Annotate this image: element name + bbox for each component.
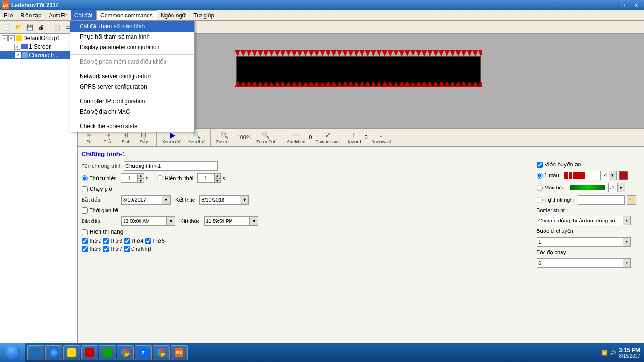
svg-marker-0 (235, 50, 240, 56)
day-thu6-check[interactable] (82, 246, 88, 252)
check-chuong-trinh[interactable] (15, 52, 21, 58)
taskbar-app-win[interactable] (27, 345, 44, 360)
speed-select[interactable]: 6 ▼ (537, 258, 631, 268)
open-button[interactable]: 📂 (13, 22, 24, 33)
day-thu4-check[interactable] (124, 238, 130, 244)
upward-button[interactable]: ↑ Upward (344, 129, 363, 145)
day-chu-nhat-check[interactable] (124, 246, 130, 252)
gradient-count-btn[interactable]: ▼ (617, 183, 625, 192)
day-thu4: Thứ 4 (124, 238, 143, 244)
one-color-radio[interactable] (537, 173, 543, 179)
day-thu2-check[interactable] (82, 238, 88, 244)
end-time-input[interactable]: 11:59:59 PM ▼ (204, 216, 258, 226)
time-range-checkbox[interactable] (82, 207, 88, 214)
volume-icon: 🔊 (610, 350, 616, 356)
start-date-input[interactable]: 8/10/2017 ▼ (121, 195, 171, 205)
color-picker-btn[interactable] (619, 171, 628, 180)
svg-marker-26 (382, 50, 388, 56)
menu-common-commands[interactable]: Common commands (96, 10, 157, 20)
dropdown-cai-dat-tham-so[interactable]: Cài đặt tham số màn hình (70, 21, 194, 32)
tb-btn-5[interactable]: ⬜ (51, 22, 62, 33)
end-time-btn[interactable]: ▼ (249, 217, 258, 225)
display-input[interactable] (197, 173, 214, 183)
check-default-group[interactable] (8, 35, 15, 41)
sequence-up[interactable]: ▲ (138, 173, 144, 178)
day-thu3-check[interactable] (103, 238, 109, 244)
gradient-pattern[interactable] (569, 183, 606, 192)
sequence-radio[interactable] (82, 175, 88, 181)
auto-def-btn[interactable]: 📁 (627, 195, 636, 205)
tree-root[interactable]: - DefaultGroup1 (0, 34, 77, 42)
zoomout-button[interactable]: 🔍 Zoom Out (255, 129, 277, 145)
run-timer-checkbox[interactable] (82, 186, 88, 192)
taskbar-app-zalo[interactable]: Z (135, 345, 152, 360)
taskbar-app-360[interactable] (99, 345, 116, 360)
compression-button[interactable]: ⤢ Compression (314, 129, 342, 145)
dropdown-phuc-hoi[interactable]: Phục hồi tham số màn hình (70, 32, 194, 42)
svg-marker-58 (314, 81, 320, 87)
zoomin-button[interactable]: 🔍 Zoom In (215, 129, 234, 145)
tree-chuong-trinh[interactable]: Chương tr... (0, 51, 77, 59)
border-count-select[interactable]: 4 ▼ (603, 171, 617, 180)
sequence-down[interactable]: ▼ (138, 178, 144, 183)
expand-default-group[interactable]: - (2, 35, 8, 41)
stretched-button[interactable]: ↔ Stretched (285, 129, 307, 145)
dropdown-controller-ip[interactable]: Controller IP configuration (70, 96, 194, 107)
taskbar-app-ie[interactable] (45, 345, 62, 360)
start-time-btn[interactable]: ▼ (166, 217, 175, 225)
menu-cai-dat[interactable]: Cài đặt (71, 10, 96, 20)
day-thu5-check[interactable] (145, 238, 151, 244)
menu-file[interactable]: File (0, 10, 17, 20)
start-date-btn[interactable]: ▼ (162, 196, 170, 204)
dropdown-bao-ve-mac[interactable]: Bảo vệ địa chỉ MAC (70, 107, 194, 117)
downward-button[interactable]: ↓ Downward (370, 129, 394, 145)
border-count-btn[interactable]: ▼ (609, 171, 616, 180)
menu-tro-giup[interactable]: Trợ giúp (190, 10, 218, 20)
name-input[interactable] (124, 161, 218, 171)
dropdown-network-server[interactable]: Network server configuration (70, 71, 194, 82)
start-time-input[interactable]: 12:00:00 AM ▼ (121, 216, 175, 226)
print-button[interactable]: 🖨 (36, 22, 46, 33)
taskbar-app-chrome2[interactable] (153, 345, 170, 360)
dropdown-gprs-server[interactable]: GPRS server configuration (70, 82, 194, 92)
display-radio[interactable] (157, 175, 163, 181)
menu-autofit[interactable]: AutoFit (45, 10, 71, 20)
taskbar-app-bx[interactable]: BX (171, 345, 188, 360)
dropdown-display-param[interactable]: Display parameter configuration (70, 42, 194, 52)
show-days-checkbox[interactable] (82, 229, 88, 235)
new-button[interactable]: 📄 (2, 22, 12, 33)
svg-marker-37 (444, 50, 450, 56)
auto-def-input[interactable] (578, 195, 625, 205)
menu-bien-tap[interactable]: Biên tập (17, 10, 45, 20)
dropdown-bao-ve[interactable]: Bảo vệ phần mềm card điều khiển (70, 57, 194, 67)
dropdown-check-screen[interactable]: Check the screen state (70, 121, 194, 132)
border-stunt-btn[interactable]: ▼ (623, 216, 630, 225)
sequence-input[interactable] (121, 173, 138, 183)
menu-ngon-ngu[interactable]: Ngôn ngữ (157, 10, 190, 20)
start-button[interactable] (0, 343, 25, 362)
end-date-input[interactable]: 8/10/2018 ▼ (199, 195, 249, 205)
taskbar-app-chrome[interactable] (117, 345, 134, 360)
day-thu7-check[interactable] (103, 246, 109, 252)
taskbar-app-media[interactable] (81, 345, 98, 360)
border-checkbox[interactable] (537, 162, 543, 168)
auto-def-radio[interactable] (537, 197, 543, 203)
taskbar-app-files[interactable] (63, 345, 80, 360)
speed-btn[interactable]: ▼ (623, 259, 630, 267)
expand-screen[interactable]: - (8, 44, 13, 49)
check-screen[interactable] (14, 44, 20, 50)
maximize-button[interactable]: □ (617, 0, 629, 10)
gradient-count-select[interactable]: -1 ▼ (608, 183, 625, 192)
end-date-btn[interactable]: ▼ (240, 196, 248, 204)
save-button[interactable]: 💾 (25, 22, 35, 33)
gradient-radio[interactable] (537, 185, 543, 191)
minimize-button[interactable]: — (603, 0, 616, 10)
display-up[interactable]: ▲ (214, 173, 221, 178)
tree-screen[interactable]: - 1-Screen (0, 42, 77, 51)
step-btn[interactable]: ▼ (623, 238, 630, 246)
display-down[interactable]: ▼ (214, 178, 221, 183)
color-pattern[interactable] (563, 171, 601, 180)
step-select[interactable]: 1 ▼ (537, 237, 631, 247)
close-button[interactable]: ✕ (630, 0, 642, 10)
border-stunt-select[interactable]: Chuyển động thuận kim đồng hồ ▼ (537, 216, 631, 225)
